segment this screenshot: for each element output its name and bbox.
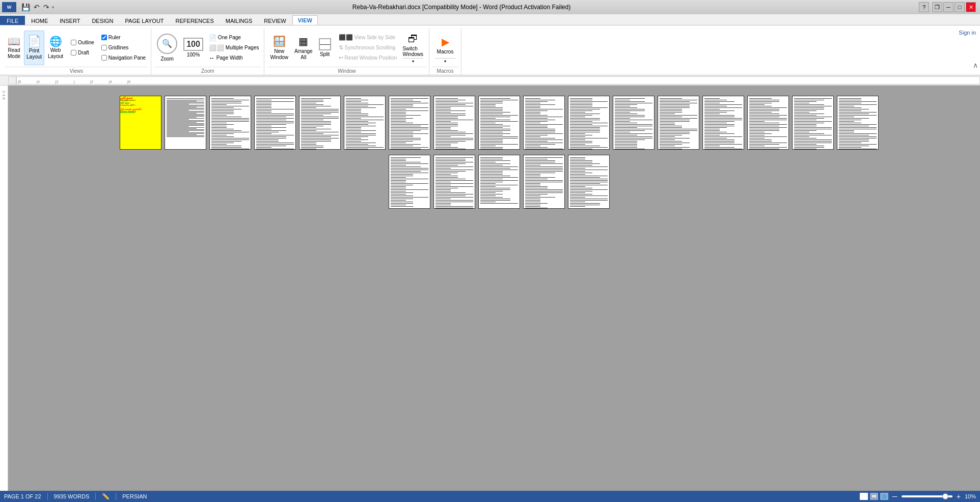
tab-review[interactable]: REVIEW <box>258 16 291 25</box>
ribbon-group-zoom: 🔍 Zoom 100 100% 📄 One Page ⬜⬜ Multiple P… <box>151 27 264 75</box>
page-17-lines <box>837 96 878 150</box>
web-layout-icon: 🌐 <box>49 36 62 46</box>
page-14-thumb[interactable] <box>702 96 744 150</box>
arrange-all-button[interactable]: ▦ ArrangeAll <box>292 31 315 65</box>
tab-references[interactable]: REFERENCES <box>170 16 220 25</box>
qat-dropdown[interactable]: ▾ <box>52 5 54 10</box>
page-19-thumb[interactable] <box>433 155 475 209</box>
page-6-lines <box>344 96 385 150</box>
normal-view-icon[interactable]: ≡ <box>860 493 868 500</box>
macros-arrow[interactable]: ▾ <box>435 58 455 64</box>
ruler-checkbox-row[interactable]: Ruler <box>99 33 148 42</box>
save-button[interactable]: 💾 <box>20 3 31 12</box>
window-row: 🪟 NewWindow ▦ ArrangeAll Split ⬛⬛ View S… <box>267 29 426 67</box>
new-window-button[interactable]: 🪟 NewWindow <box>267 31 291 65</box>
collapse-ribbon-button[interactable]: ∧ <box>973 61 978 69</box>
minimize-button[interactable]: ─ <box>943 2 954 12</box>
split-button[interactable]: Split <box>316 31 334 65</box>
nav-pane-checkbox-row[interactable]: Navigation Pane <box>99 53 148 63</box>
tab-file[interactable]: FILE <box>0 16 25 25</box>
close-button[interactable]: ✕ <box>966 2 976 12</box>
macros-button[interactable]: ▶ Macros ▾ <box>432 31 458 65</box>
page-20-thumb[interactable] <box>478 155 520 209</box>
maximize-button[interactable]: □ <box>955 2 965 12</box>
page-16-thumb[interactable] <box>792 96 834 150</box>
zoom-in-button[interactable]: + <box>957 492 961 500</box>
page-3-thumb[interactable] <box>209 96 251 150</box>
signin-link[interactable]: Sign in <box>959 30 976 36</box>
page-width-button[interactable]: ↔ Page Width <box>207 53 261 63</box>
word-icon: W <box>2 2 16 12</box>
zoom-thumb[interactable] <box>942 493 948 499</box>
switch-windows-icon: 🗗 <box>408 33 418 45</box>
page-info: PAGE 1 OF 22 <box>4 493 41 499</box>
page-13-thumb[interactable] <box>658 96 699 150</box>
zoom-100-icon: 100 <box>183 38 203 51</box>
outline-checkbox-row[interactable]: Outline <box>69 38 96 47</box>
page-15-thumb[interactable] <box>747 96 789 150</box>
page-17-thumb[interactable] <box>837 96 879 150</box>
page-5-thumb[interactable] <box>299 96 341 150</box>
page-18-lines <box>389 155 430 209</box>
zoom-slider[interactable] <box>902 495 952 497</box>
zoom-label: Zoom <box>160 56 174 62</box>
sync-scrolling-button: ⇅ Synchronous Scrolling <box>337 43 399 52</box>
gridlines-checkbox-row[interactable]: Gridlines <box>99 43 148 52</box>
page-1-thumb[interactable]: تحقیق آنلاین Tahghighonline.ir مرجع دانل… <box>120 96 161 150</box>
page-10-thumb[interactable] <box>523 96 565 150</box>
tab-home[interactable]: HOME <box>25 16 53 25</box>
page-width-icon: ↔ <box>209 54 215 62</box>
draft-checkbox-row[interactable]: Draft <box>69 48 96 58</box>
switch-windows-arrow[interactable]: ▾ <box>402 58 423 64</box>
read-mode-button[interactable]: 📖 ReadMode <box>5 31 23 65</box>
document-view[interactable]: تحقیق آنلاین Tahghighonline.ir مرجع دانل… <box>8 86 980 491</box>
page-12-thumb[interactable] <box>613 96 655 150</box>
tab-page-layout[interactable]: PAGE LAYOUT <box>120 16 170 25</box>
one-page-icon: 📄 <box>209 34 216 41</box>
help-button[interactable]: ? <box>919 2 929 12</box>
tab-insert[interactable]: INSERT <box>54 16 86 25</box>
switch-windows-button[interactable]: 🗗 SwitchWindows ▾ <box>400 31 426 65</box>
tab-view[interactable]: VIEW <box>292 15 318 25</box>
page-18-thumb[interactable] <box>389 155 430 209</box>
new-window-icon: 🪟 <box>273 35 286 47</box>
zoom-button[interactable]: 🔍 Zoom <box>154 31 180 65</box>
read-view-icon[interactable]: 📖 <box>870 493 878 500</box>
zoom-100-button[interactable]: 100 100% <box>181 31 206 65</box>
switch-windows-label: SwitchWindows <box>402 46 423 57</box>
multiple-pages-button[interactable]: ⬜⬜ Multiple Pages <box>207 43 261 52</box>
draft-checkbox[interactable] <box>71 50 76 55</box>
read-mode-label: ReadMode <box>8 47 20 60</box>
page-7-thumb[interactable] <box>389 96 430 150</box>
page-8-thumb[interactable] <box>433 96 475 150</box>
tab-design[interactable]: DESIGN <box>86 16 119 25</box>
outline-checkbox[interactable] <box>71 40 76 45</box>
page-4-thumb[interactable] <box>254 96 296 150</box>
tab-mailings[interactable]: MAILINGS <box>220 16 258 25</box>
page-11-thumb[interactable] <box>568 96 610 150</box>
print-layout-button[interactable]: 📄 PrintLayout <box>24 31 44 65</box>
page-22-thumb[interactable] <box>568 155 610 209</box>
gridlines-checkbox[interactable] <box>101 45 107 50</box>
page-9-thumb[interactable] <box>478 96 520 150</box>
macros-row: ▶ Macros ▾ <box>432 29 458 67</box>
undo-button[interactable]: ↶ <box>33 3 41 12</box>
page-21-thumb[interactable] <box>523 155 565 209</box>
view-side-by-side-label: View Side by Side <box>355 35 395 40</box>
window-controls: ? ❐ ─ □ ✕ <box>919 2 976 12</box>
nav-pane-checkbox[interactable] <box>101 55 107 61</box>
page-2-thumb[interactable] <box>165 96 206 150</box>
switch-windows-icon-area: 🗗 SwitchWindows <box>402 32 423 58</box>
sync-scrolling-icon: ⇅ <box>339 44 343 51</box>
ruler-checkbox[interactable] <box>101 35 107 40</box>
web-view-icon[interactable]: 🌐 <box>880 493 888 500</box>
one-page-button[interactable]: 📄 One Page <box>207 33 261 42</box>
page-13-lines <box>658 96 699 150</box>
vruler-marks: 2 4 8 <box>2 91 6 100</box>
zoom-out-button[interactable]: ─ <box>892 492 897 500</box>
web-layout-button[interactable]: 🌐 WebLayout <box>45 31 66 65</box>
restore-button[interactable]: ❐ <box>932 2 942 12</box>
redo-button[interactable]: ↷ <box>42 3 50 12</box>
page-6-thumb[interactable] <box>344 96 386 150</box>
language-indicator: PERSIAN <box>122 493 147 499</box>
